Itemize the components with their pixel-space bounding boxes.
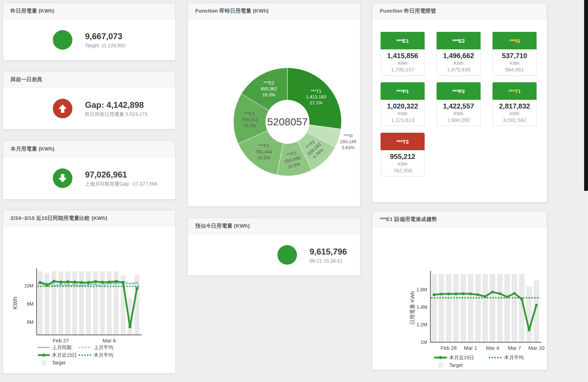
target-bar xyxy=(44,273,49,335)
legend-item[interactable]: 本月近15日 xyxy=(38,352,77,358)
data-point xyxy=(115,280,118,283)
light-tile-target: 1,684,092 xyxy=(437,117,480,123)
panel-body: ***T11,413,18327.1%***I3293,1495.63%***T… xyxy=(188,19,360,206)
target-bar xyxy=(431,274,437,342)
legend-item[interactable]: 本月近15日 xyxy=(434,355,474,360)
x-tick-label: Feb 27 xyxy=(53,338,69,343)
light-tile-value: 2,817,832 xyxy=(493,102,536,110)
stat-subtitle: 06-21 15:34:41 xyxy=(310,258,347,264)
light-tile: ***T12,817,832KWh3,591,562 xyxy=(493,82,537,126)
panel-body: Gap: 4,142,898 昨日與前日用電量 5,524,175 xyxy=(3,88,175,129)
data-point xyxy=(60,284,62,285)
function-usage-donut-chart[interactable]: ***T11,413,18327.1%***I3293,1495.63%***T… xyxy=(188,19,360,206)
target-bar xyxy=(79,271,84,335)
target-bar xyxy=(460,274,466,342)
x-tick-label: Mar 4 xyxy=(486,345,499,351)
legend-item[interactable]: 本月平均 xyxy=(79,352,113,358)
panel-body: 6M8M10MFeb 27Mar 6KWh上月同期上月平均本月近15日本月平均T… xyxy=(3,227,175,373)
panel-title: ***E1 設備用電達成趨勢 xyxy=(380,216,437,223)
light-tile: ***P11,020,322KWh1,121,613 xyxy=(381,82,425,126)
panel-body: 1M1.2M1.4M1.6MFeb 26Mar 1Mar 4Mar 7Mar 1… xyxy=(373,228,547,370)
legend-item[interactable]: Target xyxy=(41,360,65,366)
light-tile-target: 762,358 xyxy=(381,167,424,173)
data-point xyxy=(94,280,97,283)
stat-value: Gap: 4,142,898 xyxy=(85,100,147,110)
data-point xyxy=(447,292,450,295)
data-point xyxy=(476,293,479,296)
panel-header: Function 昨日用電燈號 xyxy=(373,3,547,19)
data-point xyxy=(45,284,49,287)
legend-item[interactable]: Target xyxy=(438,362,463,368)
data-point xyxy=(67,285,69,286)
legend-label: Target xyxy=(449,362,463,368)
green-status-circle-icon xyxy=(53,168,72,188)
legend-label: 本月近15日 xyxy=(52,352,77,358)
panel-day-gap: 與前一日差異 Gap: 4,142,898 昨日與前日用電量 5,524,175 xyxy=(3,71,176,130)
light-tile-value: 537,710 xyxy=(493,52,536,60)
legend-item[interactable]: 本月平均 xyxy=(489,355,524,360)
panel-usage-lights: Function 昨日用電燈號 ***E11,415,856KWh1,700,1… xyxy=(372,3,547,202)
light-tile-value: 1,496,662 xyxy=(437,52,480,60)
light-tile-body: 1,020,322KWh1,121,613 xyxy=(381,100,425,126)
panel-title: 與前一日差異 xyxy=(10,76,42,83)
light-tile-target: 1,121,613 xyxy=(381,117,424,123)
panel-title: Function 即時日用電量 (KWh) xyxy=(195,8,269,14)
light-tile-body: 955,212KWh762,358 xyxy=(381,150,425,176)
light-tile-unit: KWh xyxy=(437,61,480,66)
data-point xyxy=(81,285,82,286)
panel-body: 9,615,796 06-21 15:34:41 xyxy=(188,234,360,276)
target-bar xyxy=(526,287,532,342)
legend-label: 本月近15日 xyxy=(449,355,474,360)
data-point xyxy=(102,285,103,287)
light-tile: ***I3537,710KWh584,861 xyxy=(493,32,537,76)
stat-value: 9,667,073 xyxy=(85,31,126,42)
data-point xyxy=(88,284,89,285)
light-tile-unit: KWh xyxy=(493,111,536,116)
green-status-circle-icon xyxy=(53,30,72,50)
light-tile-status-header: ***I3 xyxy=(493,32,537,49)
legend-item[interactable]: 上月平均 xyxy=(79,345,113,350)
target-bar xyxy=(482,274,488,342)
light-tile-value: 1,415,856 xyxy=(381,52,424,60)
light-tile: ***E21,496,662KWh1,675,939 xyxy=(437,32,481,76)
data-point xyxy=(121,281,125,284)
comparison-line-chart[interactable]: 6M8M10MFeb 27Mar 6KWh上月同期上月平均本月近15日本月平均T… xyxy=(3,227,175,373)
data-point xyxy=(136,282,137,283)
light-tile-body: 1,422,557KWh1,684,092 xyxy=(437,100,481,126)
data-point xyxy=(433,293,435,296)
donut-slice-label: ***I3293,1495.63% xyxy=(340,133,356,150)
data-point xyxy=(53,285,55,286)
legend-label: 本月平均 xyxy=(504,355,524,360)
target-bar xyxy=(446,274,452,342)
scrollbar-thumb[interactable] xyxy=(584,0,588,191)
x-tick-label: Mar 7 xyxy=(508,345,521,351)
data-point xyxy=(535,304,538,307)
data-point xyxy=(135,287,139,290)
up-arrow-icon xyxy=(57,103,68,114)
light-tile-status-header: ***P1 xyxy=(381,82,425,100)
stat-value: 97,026,961 xyxy=(85,169,157,180)
legend-item[interactable]: 上月同期 xyxy=(38,345,71,350)
panel-body: 9,667,073 Target: 11,128,992 xyxy=(3,19,175,60)
data-point xyxy=(528,328,531,331)
data-point xyxy=(59,280,62,284)
light-tile-value: 1,422,557 xyxy=(437,102,480,110)
light-tile-body: 2,817,832KWh3,591,562 xyxy=(493,100,537,126)
data-point xyxy=(80,281,83,284)
data-point xyxy=(455,292,458,295)
light-tile-status-header: ***E2 xyxy=(437,32,481,49)
panel-header: 與前一日差異 xyxy=(3,72,175,88)
stat-value: 9,615,796 xyxy=(310,246,347,257)
light-tile-value: 955,212 xyxy=(381,153,424,161)
panel-header: 2/24~3/10 近15日同期用電量比較 (KWh) xyxy=(3,210,175,227)
data-point xyxy=(74,284,76,286)
legend-label: 本月平均 xyxy=(93,352,113,358)
data-point xyxy=(108,280,111,284)
e1-trend-line-chart[interactable]: 1M1.2M1.4M1.6MFeb 26Mar 1Mar 4Mar 7Mar 1… xyxy=(373,228,547,370)
panel-body: 97,026,961 上個月同期用電Gap: -17,377,566 xyxy=(3,157,175,199)
stat-row: 97,026,961 上個月同期用電Gap: -17,377,566 xyxy=(3,157,175,199)
y-tick-label: 6M xyxy=(27,319,33,325)
data-point xyxy=(87,281,90,284)
light-tile-status-header: ***T1 xyxy=(493,82,537,100)
vertical-scrollbar[interactable] xyxy=(584,0,588,382)
